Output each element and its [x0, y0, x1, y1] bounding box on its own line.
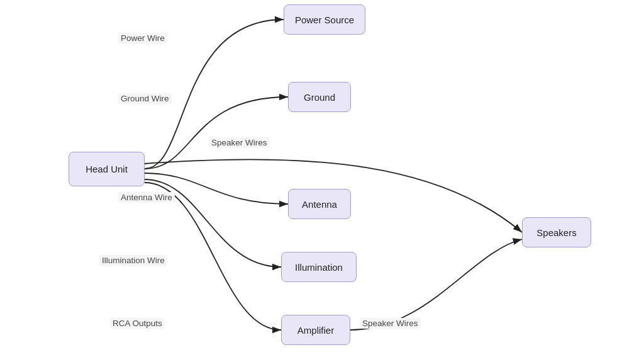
amplifier-node: Amplifier — [281, 315, 350, 345]
ground-label: Ground — [304, 92, 335, 103]
edge-speaker-wires-bottom — [350, 239, 522, 330]
antenna-node: Antenna — [288, 189, 351, 219]
ground-wire-label: Ground Wire — [118, 93, 172, 104]
amplifier-label: Amplifier — [297, 325, 334, 336]
speakers-node: Speakers — [522, 217, 591, 247]
speaker-wires-bottom-label: Speaker Wires — [360, 318, 421, 329]
antenna-wire-label: Antenna Wire — [118, 192, 175, 203]
power-wire-label: Power Wire — [118, 33, 167, 43]
head-unit-label: Head Unit — [86, 164, 128, 174]
ground-node: Ground — [288, 82, 351, 112]
illumination-node: Illumination — [281, 252, 357, 282]
edge-ground-wire — [145, 97, 288, 169]
speakers-label: Speakers — [536, 227, 576, 238]
head-unit-node: Head Unit — [69, 152, 145, 186]
power-source-label: Power Source — [295, 14, 354, 25]
speaker-wires-top-label: Speaker Wires — [209, 137, 270, 148]
antenna-label: Antenna — [302, 199, 337, 210]
illumination-label: Illumination — [295, 262, 343, 273]
rca-outputs-label: RCA Outputs — [110, 318, 165, 329]
power-source-node: Power Source — [284, 4, 365, 35]
illumination-wire-label: Illumination Wire — [99, 255, 167, 266]
